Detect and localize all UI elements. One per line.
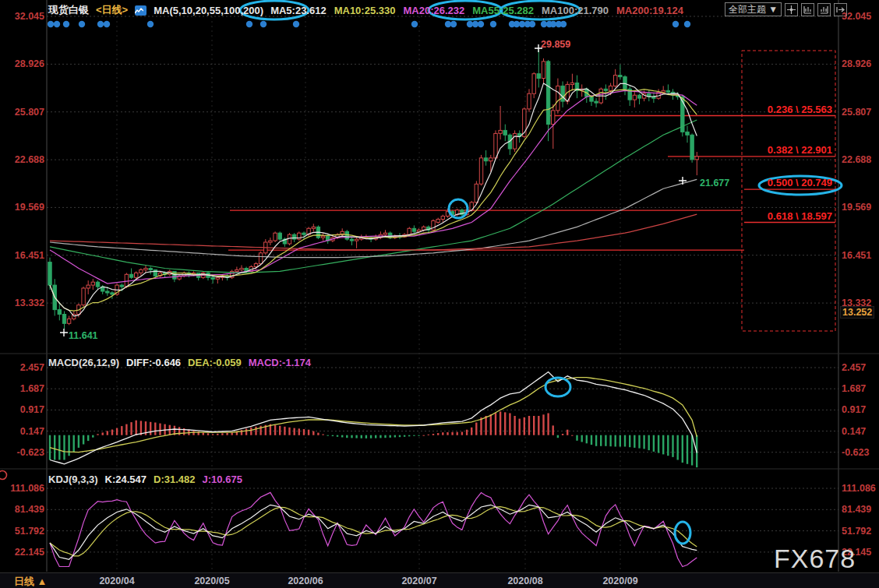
macd-bar (437, 433, 439, 435)
y-axis-label-right: 32.045 (842, 11, 871, 22)
scale-right-icon[interactable] (817, 3, 831, 16)
event-dot[interactable] (560, 21, 567, 27)
macd-bar (68, 435, 69, 456)
macd-bar (390, 435, 391, 438)
macd-bar (682, 435, 683, 463)
scale-left-icon[interactable] (801, 3, 814, 16)
themes-dropdown[interactable]: 全部主题 ▼ (725, 2, 782, 16)
event-dot[interactable] (97, 21, 104, 27)
candle-body (48, 262, 51, 286)
macd-bar (102, 432, 104, 435)
fib-level-label: 0.618 \ 18.597 (708, 210, 832, 222)
event-dot[interactable] (147, 21, 154, 27)
candle-body (259, 253, 262, 264)
crosshair-icon[interactable] (785, 3, 798, 16)
event-dot[interactable] (246, 21, 252, 27)
y-axis-label-right: 22.688 (842, 154, 871, 165)
candle-body (623, 77, 627, 90)
macd-bar (303, 429, 305, 435)
candle-body (269, 241, 272, 242)
kdj-axis-label-left: 22.145 (0, 547, 44, 558)
fib-level-label: 0.236 \ 25.563 (708, 104, 832, 115)
macd-bar (121, 426, 122, 435)
y-axis-label-left: 13.332 (0, 298, 44, 308)
event-dot[interactable] (672, 21, 679, 27)
event-dot[interactable] (54, 21, 60, 27)
event-dot[interactable] (450, 21, 457, 27)
y-axis-label-right: 16.451 (842, 250, 871, 261)
macd-bar (677, 435, 679, 460)
date-label: 2020/08 (498, 576, 552, 586)
macd-bar (279, 426, 281, 435)
event-dot[interactable] (478, 21, 484, 27)
chart-canvas[interactable] (0, 0, 879, 588)
macd-bar (130, 422, 132, 435)
candle-body (278, 233, 281, 239)
ma200-line (50, 214, 697, 250)
candle-body (96, 282, 99, 287)
macd-bar (475, 423, 477, 435)
symbol-name: 现货白银 (48, 3, 89, 17)
candle-body (436, 220, 440, 223)
event-dot[interactable] (684, 21, 690, 27)
macd-bar (662, 435, 664, 455)
macd-bar (250, 428, 252, 435)
macd-bar (442, 432, 443, 435)
macd-bar (394, 435, 396, 438)
macd-bar (308, 430, 309, 435)
event-dot[interactable] (260, 21, 267, 27)
candle-body (499, 130, 502, 133)
candle-body (441, 217, 444, 220)
main-chart-header: 现货白银 <日线> MA(5,10,20,55,100,200) MA5:23.… (48, 3, 683, 17)
candle-body (355, 239, 358, 241)
macd-bar (581, 435, 583, 442)
candle-body (312, 227, 315, 228)
macd-bar (428, 435, 429, 435)
macd-bar (609, 435, 611, 447)
date-label: 2020/07 (392, 576, 447, 586)
macd-bar (595, 435, 597, 446)
kdj-axis-label-left: 81.439 (0, 504, 44, 515)
event-dot[interactable] (104, 21, 110, 27)
highlight-ellipse (675, 522, 690, 544)
event-dot[interactable] (490, 21, 496, 27)
candle-body (528, 93, 531, 109)
macd-bar (605, 435, 606, 446)
macd-bar (116, 428, 118, 435)
event-dot[interactable] (293, 21, 299, 27)
macd-bar (341, 435, 343, 438)
macd-axis-label-left: 1.687 (0, 383, 44, 394)
macd-bar (221, 433, 223, 435)
chart-type-icon[interactable] (135, 5, 146, 16)
period-selector[interactable]: 日线 ▲ (14, 575, 47, 588)
macd-axis-label-right: 1.687 (842, 383, 866, 394)
time-axis-bar: 日线 ▲ 2020/042020/052020/062020/072020/08… (0, 572, 879, 588)
macd-bar (634, 435, 635, 448)
macd-bar (241, 430, 242, 435)
candle-body (690, 135, 694, 160)
macd-bar (404, 435, 405, 437)
candle-body (542, 62, 545, 79)
ma-value-3: MA55:25.282 (472, 5, 534, 16)
event-dot[interactable] (63, 21, 69, 27)
dea-line (50, 378, 697, 452)
candle-body (570, 83, 574, 85)
y-axis-label-right: 19.569 (842, 202, 871, 213)
candle-body (532, 74, 535, 94)
macd-bar (346, 435, 348, 438)
candle-body (350, 239, 353, 241)
macd-bar (542, 414, 544, 435)
macd-bar (245, 428, 247, 435)
macd-bar (58, 435, 60, 460)
fib-retracement-box[interactable] (742, 51, 835, 331)
event-dot[interactable] (79, 21, 85, 27)
candle-body (475, 184, 478, 202)
candle-body (484, 158, 487, 161)
candle-body (503, 130, 507, 135)
macd-bar (365, 435, 367, 438)
event-dot[interactable] (48, 21, 54, 27)
candle-body (82, 288, 85, 305)
event-dot[interactable] (529, 21, 535, 27)
event-dot[interactable] (411, 21, 418, 27)
macd-bar (504, 412, 506, 435)
